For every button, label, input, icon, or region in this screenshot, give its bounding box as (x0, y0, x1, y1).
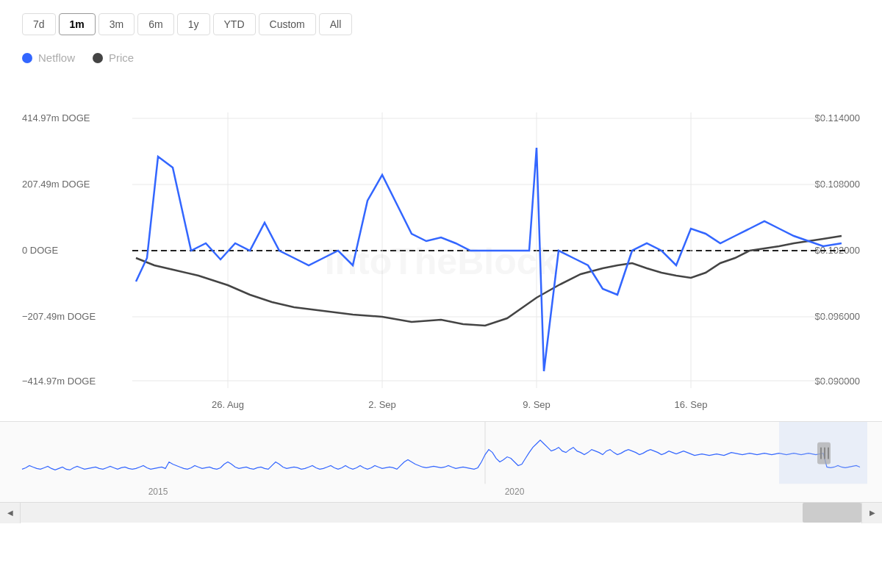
scrollbar[interactable]: ◀ ▶ (0, 502, 882, 523)
x-label-aug26: 26. Aug (212, 399, 244, 410)
y-label-top: 414.97m DOGE (22, 112, 90, 123)
y-label-zero: 0 DOGE (22, 245, 58, 256)
time-btn-7d[interactable]: 7d (22, 13, 56, 35)
time-btn-1y[interactable]: 1y (177, 13, 210, 35)
main-container: 7d1m3m6m1yYTDCustomAll Netflow Price 414… (0, 0, 882, 588)
scroll-track[interactable] (21, 503, 861, 523)
legend-dot-blue (22, 53, 32, 63)
legend-label-netflow: Netflow (38, 51, 75, 64)
navigator-svg: 2015 2020 (0, 422, 882, 502)
legend-item-netflow: Netflow (22, 51, 75, 64)
legend-dot-dark (93, 53, 103, 63)
scroll-left-button[interactable]: ◀ (0, 503, 21, 523)
x-label-sep9: 9. Sep (523, 399, 551, 410)
scroll-thumb[interactable] (803, 503, 861, 523)
x-label-sep16: 16. Sep (675, 399, 708, 410)
watermark: IntoTheBlock (325, 241, 558, 282)
time-btn-1m[interactable]: 1m (59, 13, 96, 35)
x-label-sep2: 2. Sep (368, 399, 396, 410)
time-controls: 7d1m3m6m1yYTDCustomAll (0, 0, 882, 43)
legend: Netflow Price (0, 43, 882, 68)
main-chart: 414.97m DOGE 207.49m DOGE 0 DOGE −207.49… (0, 68, 882, 421)
y-label-neg2: −207.49m DOGE (22, 311, 96, 322)
legend-label-price: Price (109, 51, 134, 64)
time-btn-3m[interactable]: 3m (98, 13, 135, 35)
time-btn-all[interactable]: All (319, 13, 353, 35)
time-btn-custom[interactable]: Custom (259, 13, 316, 35)
y-label-bottom: −414.97m DOGE (22, 376, 96, 387)
navigator: 2015 2020 (0, 421, 882, 502)
nav-label-2015: 2015 (148, 487, 168, 497)
time-btn-6m[interactable]: 6m (137, 13, 173, 35)
chart-svg: 414.97m DOGE 207.49m DOGE 0 DOGE −207.49… (0, 68, 882, 421)
scroll-right-button[interactable]: ▶ (861, 503, 882, 523)
y-label-2: 207.49m DOGE (22, 179, 90, 190)
nav-label-2020: 2020 (505, 487, 525, 497)
svg-rect-10 (0, 422, 882, 502)
time-btn-ytd[interactable]: YTD (213, 13, 256, 35)
legend-item-price: Price (93, 51, 134, 64)
